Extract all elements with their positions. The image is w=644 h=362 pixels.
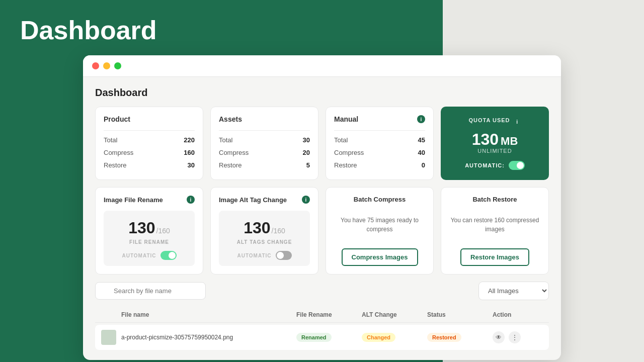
alt-tag-value: 130	[244, 219, 270, 237]
metric-cards-row: Image File Rename i 130 /160 FILE RENAME…	[95, 187, 549, 275]
product-card: Product Total 220 Compress 160 Restore 3…	[95, 107, 203, 180]
row-thumb	[101, 330, 121, 345]
quota-card: QUOTA USED i 130 MB UNLIMITED AUTOMATIC:	[441, 107, 549, 180]
manual-compress-row: Compress 40	[334, 146, 425, 159]
search-row: 🔍 All Images	[95, 282, 549, 300]
file-rename-title: Image File Rename	[104, 196, 163, 204]
image-filter-select[interactable]: All Images	[478, 282, 549, 300]
images-table: File name File Rename ALT Change Status …	[95, 307, 549, 350]
assets-card-title: Assets	[219, 115, 310, 123]
quota-label: QUOTA USED	[468, 117, 510, 123]
quota-info-icon[interactable]: i	[513, 118, 521, 126]
file-rename-auto-row: AUTOMATIC	[122, 251, 176, 260]
window-titlebar	[83, 55, 561, 77]
batch-restore-title: Batch Restore	[449, 196, 540, 203]
window-content: Dashboard Product Total 220 Compress 160…	[83, 77, 561, 360]
restore-images-button[interactable]: Restore Images	[460, 248, 529, 266]
quota-unlimited: UNLIMITED	[477, 148, 512, 154]
row-filename: a-product-picsmize-30575759950024.png	[121, 334, 296, 341]
assets-restore-row: Restore 5	[219, 159, 310, 171]
batch-compress-desc: You have 75 images ready to compress	[334, 216, 425, 234]
minimize-button[interactable]	[103, 62, 110, 69]
quota-auto-row: AUTOMATIC:	[465, 161, 525, 170]
col-alt: ALT Change	[362, 311, 427, 318]
file-rename-card: Image File Rename i 130 /160 FILE RENAME…	[95, 187, 203, 275]
product-compress-row: Compress 160	[104, 146, 195, 159]
file-rename-value: 130	[128, 219, 155, 237]
row-status-badge: Restored	[427, 333, 493, 342]
file-rename-toggle[interactable]	[160, 251, 177, 260]
alt-tag-toggle[interactable]	[276, 251, 292, 260]
manual-restore-row: Restore 0	[334, 159, 425, 171]
assets-total-row: Total 30	[219, 134, 310, 146]
assets-card: Assets Total 30 Compress 20 Restore 5	[210, 107, 318, 180]
row-rename-badge: Renamed	[296, 333, 362, 342]
row-view-button[interactable]: 👁	[493, 331, 505, 343]
quota-value: 130	[472, 131, 499, 147]
row-alt-badge: Changed	[362, 333, 427, 342]
col-thumb	[101, 311, 121, 318]
table-header: File name File Rename ALT Change Status …	[95, 307, 549, 323]
row-thumbnail	[101, 330, 116, 345]
alt-tag-total: /160	[272, 227, 285, 235]
file-rename-sub: FILE RENAME	[129, 239, 169, 245]
batch-compress-title: Batch Compress	[334, 196, 425, 203]
quota-unit: MB	[501, 135, 518, 148]
manual-info-icon[interactable]: i	[417, 115, 425, 123]
manual-total-row: Total 45	[334, 134, 425, 146]
alt-tag-card: Image Alt Tag Change i 130 /160 ALT TAGS…	[210, 187, 318, 275]
quota-automatic-toggle[interactable]	[509, 161, 525, 170]
dashboard-title: Dashboard	[95, 87, 549, 99]
search-wrapper: 🔍	[95, 282, 472, 300]
col-action: Action	[493, 311, 543, 318]
manual-card-title: Manual i	[334, 115, 425, 123]
file-rename-total: /160	[156, 227, 170, 235]
table-row: a-product-picsmize-30575759950024.png Re…	[95, 325, 549, 350]
batch-restore-desc: You can restore 160 compressed images	[449, 216, 540, 234]
row-actions: 👁 ⋮	[493, 331, 543, 343]
row-more-button[interactable]: ⋮	[509, 331, 521, 343]
stats-cards-row: Product Total 220 Compress 160 Restore 3…	[95, 107, 549, 180]
maximize-button[interactable]	[114, 62, 121, 69]
app-window: Dashboard Product Total 220 Compress 160…	[83, 55, 561, 360]
page-title: Dashboard	[20, 15, 157, 45]
search-input[interactable]	[95, 282, 206, 300]
col-filename: File name	[121, 311, 296, 318]
alt-tag-info-icon[interactable]: i	[302, 196, 310, 204]
compress-images-button[interactable]: Compress Images	[342, 248, 418, 266]
manual-card: Manual i Total 45 Compress 40 Restore 0	[326, 107, 434, 180]
alt-tag-title: Image Alt Tag Change	[219, 196, 287, 204]
col-rename: File Rename	[296, 311, 362, 318]
close-button[interactable]	[92, 62, 99, 69]
alt-tag-auto-row: AUTOMATIC	[237, 251, 291, 260]
col-status: Status	[427, 311, 493, 318]
batch-restore-card: Batch Restore You can restore 160 compre…	[441, 187, 549, 275]
file-rename-info-icon[interactable]: i	[187, 196, 195, 204]
batch-compress-card: Batch Compress You have 75 images ready …	[326, 187, 434, 275]
product-card-title: Product	[104, 115, 195, 123]
assets-compress-row: Compress 20	[219, 146, 310, 159]
alt-tag-sub: ALT TAGS CHANGE	[237, 239, 292, 245]
product-total-row: Total 220	[104, 134, 195, 146]
product-restore-row: Restore 30	[104, 159, 195, 171]
